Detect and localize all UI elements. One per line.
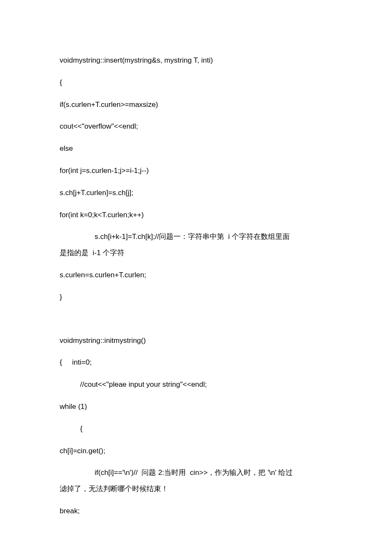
code-line: } xyxy=(60,292,332,302)
blank-line xyxy=(60,314,332,336)
code-line: { xyxy=(60,424,332,434)
code-line: ch[i]=cin.get(); xyxy=(60,446,332,456)
code-line: 是指的是 i-1 个字符 xyxy=(60,248,332,258)
code-line: cout<<"overflow"<<endl; xyxy=(60,121,332,132)
code-line: s.curlen=s.curlen+T.curlen; xyxy=(60,270,332,280)
code-line: else xyxy=(60,144,332,154)
code-line: { inti=0; xyxy=(60,357,332,368)
code-line: if(ch[i]=='\n')// 问题 2:当时用 cin>>，作为输入时，把… xyxy=(60,468,332,478)
code-line: for(int k=0;k<T.curlen;k++) xyxy=(60,210,332,220)
code-comment-block: if(ch[i]=='\n')// 问题 2:当时用 cin>>，作为输入时，把… xyxy=(60,468,332,494)
code-line: for(int j=s.curlen-1;j>=i-1;j--) xyxy=(60,166,332,176)
code-line: s.ch[j+T.curlen]=s.ch[j]; xyxy=(60,188,332,198)
code-line: //cout<<"pleae input your string"<<endl; xyxy=(60,380,332,390)
code-line: break; xyxy=(60,506,332,516)
code-line: voidmystring::initmystring() xyxy=(60,336,332,346)
code-line: while (1) xyxy=(60,402,332,412)
code-line: voidmystring::insert(mystring&s, mystrin… xyxy=(60,55,332,66)
code-comment-block: s.ch[i+k-1]=T.ch[k];//问题一：字符串中第 i 个字符在数组… xyxy=(60,232,332,258)
code-line: 滤掉了，无法判断哪个时候结束！ xyxy=(60,484,332,494)
code-line: s.ch[i+k-1]=T.ch[k];//问题一：字符串中第 i 个字符在数组… xyxy=(60,232,332,242)
code-line: if(s.curlen+T.curlen>=maxsize) xyxy=(60,100,332,110)
code-document-page: voidmystring::insert(mystring&s, mystrin… xyxy=(0,0,392,555)
code-line: { xyxy=(60,78,332,88)
